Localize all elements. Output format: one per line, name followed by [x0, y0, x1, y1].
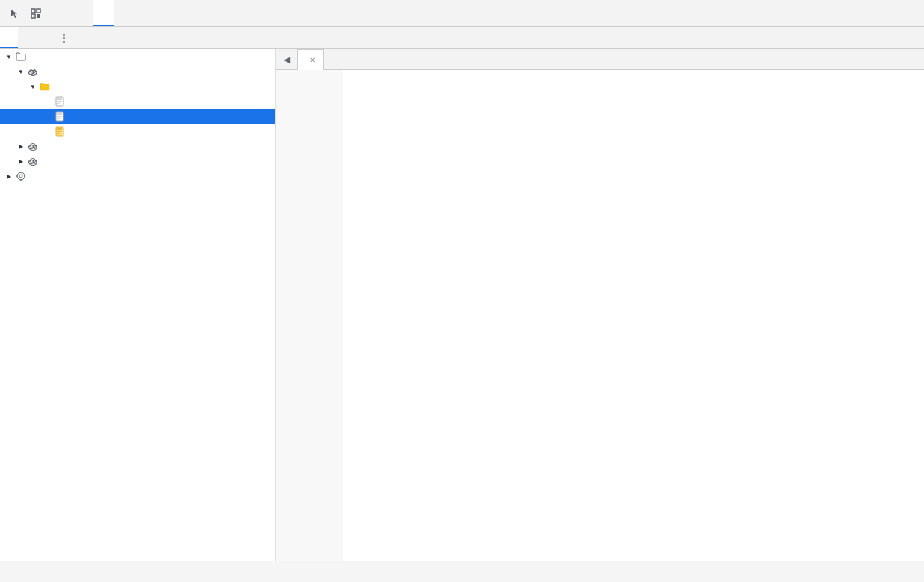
devtools-icons	[0, 0, 51, 26]
svg-rect-0	[31, 9, 35, 13]
sub-tab-sources[interactable]	[0, 27, 18, 48]
file-tab-cake-js[interactable]: ✕	[297, 49, 324, 70]
arrow-icon: ▼	[15, 66, 27, 78]
arrow-icon: ▶	[3, 170, 15, 182]
close-tab-button[interactable]: ✕	[310, 56, 316, 64]
svg-point-28	[17, 172, 25, 180]
file-tab-bar: ◀ ✕	[276, 49, 924, 70]
cloud-icon	[27, 66, 39, 78]
timing-column	[302, 70, 343, 561]
svg-rect-3	[37, 14, 40, 18]
tab-application[interactable]	[114, 0, 135, 26]
main-nav-tabs	[51, 0, 924, 26]
code-panel: ◀ ✕	[276, 49, 924, 561]
file-tree-sidebar: ▼ ▼ ▼	[0, 49, 276, 561]
tree-item-glimr[interactable]: ▼	[0, 64, 275, 79]
gear-file-icon	[15, 170, 27, 182]
sub-tab-snippets[interactable]	[36, 27, 54, 48]
cloud-icon	[27, 140, 39, 152]
arrow-icon: ▼	[3, 51, 15, 63]
tab-profiles[interactable]	[177, 0, 198, 26]
tab-audits[interactable]	[219, 0, 240, 26]
arrow-icon: ▶	[15, 155, 27, 167]
html-file-icon	[54, 96, 66, 107]
js-file-icon	[54, 110, 66, 122]
main-content-area: ▼ ▼ ▼	[0, 49, 924, 561]
nav-back-button[interactable]: ◀	[279, 52, 294, 67]
tree-item-cake-folder[interactable]: ▼	[0, 79, 275, 94]
tab-chromelens[interactable]	[240, 0, 260, 26]
tree-item-sw-js[interactable]: ▶	[0, 169, 275, 184]
code-content	[343, 70, 924, 561]
tab-timeline[interactable]	[156, 0, 177, 26]
more-tabs-button[interactable]: ⋮	[54, 27, 75, 48]
tab-elements[interactable]	[51, 0, 72, 26]
tab-console[interactable]	[72, 0, 93, 26]
code-editor[interactable]	[276, 70, 924, 561]
svg-point-29	[19, 175, 22, 178]
tab-security[interactable]	[198, 0, 219, 26]
tree-item-no-domain[interactable]: ▶	[0, 139, 275, 154]
svg-rect-2	[31, 14, 35, 18]
svg-rect-1	[37, 9, 40, 13]
tree-item-top[interactable]: ▼	[0, 49, 275, 64]
cursor-icon[interactable]	[6, 4, 24, 22]
tree-item-google-analytics[interactable]: ▶	[0, 154, 275, 169]
cloud-icon	[27, 155, 39, 167]
arrow-icon: ▶	[15, 140, 27, 152]
tab-network[interactable]	[135, 0, 156, 26]
js-file-yellow-icon	[54, 125, 66, 137]
tab-sources[interactable]	[93, 0, 114, 26]
line-numbers	[276, 70, 302, 561]
folder-yellow-icon	[39, 81, 51, 93]
inspect-icon[interactable]	[27, 4, 45, 22]
sources-sub-bar: ⋮	[0, 27, 924, 49]
tree-item-missile-fleet[interactable]: ▶	[0, 94, 275, 109]
tree-item-cake-js[interactable]: ▶	[0, 109, 275, 124]
top-nav-bar	[0, 0, 924, 27]
tree-item-support-js[interactable]: ▶	[0, 124, 275, 139]
sub-tab-content[interactable]	[18, 27, 36, 48]
folder-icon	[15, 51, 27, 63]
arrow-icon: ▼	[27, 81, 39, 93]
